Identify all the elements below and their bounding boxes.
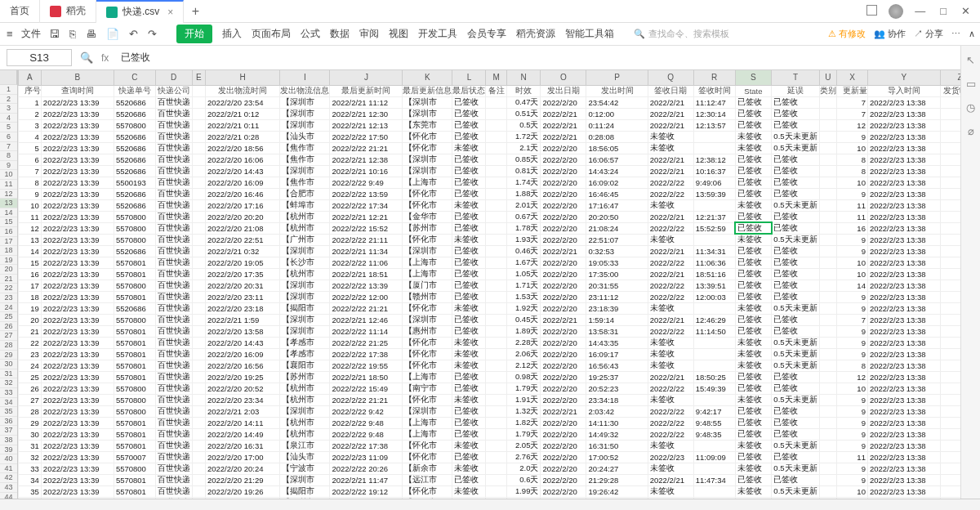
- row-header[interactable]: 8: [0, 151, 17, 161]
- changes-indicator[interactable]: ⚠ 有修改: [828, 28, 866, 40]
- table-row[interactable]: 192022/2/23 13:395520686百世快递2022/2/20 23…: [19, 302, 980, 314]
- row-header[interactable]: 40: [0, 454, 17, 464]
- table-row[interactable]: 242022/2/23 13:395570801百世快递2022/2/20 16…: [19, 360, 980, 371]
- tool-icon[interactable]: ⌀: [968, 125, 974, 137]
- table-row[interactable]: 342022/2/23 13:395570801百世快递2022/2/20 21…: [19, 474, 980, 485]
- row-header[interactable]: 15: [0, 217, 17, 227]
- row-header[interactable]: 9: [0, 161, 17, 171]
- command-search[interactable]: 🔍 查找命令、搜索模板: [634, 28, 729, 40]
- cursor-icon[interactable]: ↖: [966, 54, 975, 66]
- table-row[interactable]: 162022/2/23 13:395570801百世快递2022/2/20 17…: [19, 268, 980, 280]
- col-header-Y[interactable]: Y: [867, 70, 940, 85]
- row-header[interactable]: 42: [0, 473, 17, 483]
- select-icon[interactable]: ▭: [966, 78, 976, 90]
- row-header[interactable]: 16: [0, 227, 17, 237]
- col-header-H[interactable]: H: [205, 70, 280, 85]
- maximize-icon[interactable]: □: [937, 3, 950, 19]
- row-header[interactable]: 1: [0, 85, 17, 95]
- avatar[interactable]: [889, 4, 903, 19]
- col-header-Q[interactable]: Q: [648, 70, 693, 85]
- col-header-A[interactable]: A: [19, 70, 42, 85]
- col-header-E[interactable]: E: [192, 70, 205, 85]
- table-row[interactable]: 262022/2/23 13:395570800百世快递2022/2/20 20…: [19, 382, 980, 394]
- row-header[interactable]: 6: [0, 132, 17, 142]
- row-header[interactable]: 30: [0, 360, 17, 369]
- table-row[interactable]: 332022/2/23 13:395570800百世快递2022/2/20 20…: [19, 463, 980, 474]
- ribbon-view[interactable]: 视图: [389, 27, 408, 41]
- row-header[interactable]: 37: [0, 426, 17, 436]
- share-button[interactable]: ↗ 分享: [914, 28, 943, 40]
- row-header[interactable]: 19: [0, 256, 17, 266]
- table-row[interactable]: 232022/2/23 13:395570801百世快递2022/2/20 16…: [19, 348, 980, 360]
- close-icon[interactable]: ×: [167, 7, 173, 18]
- table-row[interactable]: 32022/2/23 13:395570800百世快递2022/2/21 0:1…: [19, 119, 980, 131]
- more-icon[interactable]: ⋯: [951, 29, 960, 39]
- table-row[interactable]: 12022/2/23 13:395520686百世快递2022/2/20 23:…: [19, 96, 980, 108]
- undo-icon[interactable]: ↶: [127, 28, 140, 40]
- table-row[interactable]: 122022/2/23 13:395570800百世快递2022/2/20 21…: [19, 222, 980, 234]
- table-row[interactable]: 212022/2/23 13:395570801百世快递2022/2/20 13…: [19, 325, 980, 337]
- ribbon-insert[interactable]: 插入: [222, 27, 242, 41]
- col-header-X[interactable]: X: [837, 70, 868, 85]
- ribbon-formula[interactable]: 公式: [301, 27, 320, 41]
- row-header[interactable]: 35: [0, 407, 17, 417]
- table-row[interactable]: 62022/2/23 13:395520686百世快递2022/2/20 16:…: [19, 154, 980, 165]
- cell-reference[interactable]: [7, 49, 72, 66]
- minimize-icon[interactable]: —: [911, 3, 929, 19]
- table-row[interactable]: 282022/2/23 13:395570800百世快递2022/2/21 2:…: [19, 405, 980, 417]
- hamburger-icon[interactable]: ≡: [5, 28, 15, 40]
- spreadsheet-grid[interactable]: 1234567891011121314151617181920212223242…: [0, 70, 980, 499]
- menu-file[interactable]: 文件: [21, 27, 41, 41]
- ribbon-layout[interactable]: 页面布局: [252, 27, 291, 41]
- table-row[interactable]: 222022/2/23 13:395570801百世快递2022/2/20 14…: [19, 337, 980, 348]
- table-row[interactable]: 182022/2/23 13:395570801百世快递2022/2/20 23…: [19, 291, 980, 302]
- row-header[interactable]: 10: [0, 170, 17, 180]
- row-header[interactable]: 11: [0, 180, 17, 190]
- row-header[interactable]: 7: [0, 142, 17, 152]
- row-header[interactable]: 31: [0, 369, 17, 379]
- col-header-J[interactable]: J: [330, 70, 403, 85]
- col-header-U[interactable]: U: [819, 70, 836, 85]
- row-header[interactable]: 5: [0, 123, 17, 132]
- table-row[interactable]: 112022/2/23 13:395570800百世快递2022/2/20 20…: [19, 211, 980, 222]
- table-row[interactable]: 202022/2/23 13:395570800百世快递2022/2/21 1:…: [19, 314, 980, 325]
- print-icon[interactable]: 🖶: [84, 28, 98, 40]
- table-row[interactable]: 132022/2/23 13:395570800百世快递2022/2/20 22…: [19, 234, 980, 245]
- ribbon-dev[interactable]: 开发工具: [418, 27, 457, 41]
- row-header[interactable]: 4: [0, 114, 17, 123]
- row-header[interactable]: 33: [0, 388, 17, 398]
- clock-icon[interactable]: ◷: [966, 101, 975, 114]
- collapse-icon[interactable]: ∧: [969, 29, 975, 39]
- table-row[interactable]: 272022/2/23 13:395570800百世快递2022/2/20 23…: [19, 394, 980, 405]
- row-header[interactable]: 29: [0, 351, 17, 360]
- row-header[interactable]: 17: [0, 237, 17, 247]
- col-header-D[interactable]: D: [155, 70, 192, 85]
- table-row[interactable]: 22022/2/23 13:395520686百世快递2022/2/21 0:1…: [19, 108, 980, 119]
- col-header-B[interactable]: B: [41, 70, 114, 85]
- tab-shell[interactable]: 稻壳: [40, 0, 96, 23]
- table-row[interactable]: 302022/2/23 13:395570801百世快递2022/2/20 14…: [19, 428, 980, 440]
- table-row[interactable]: 102022/2/23 13:395520686百世快递2022/2/20 17…: [19, 199, 980, 211]
- table-row[interactable]: 312022/2/23 13:395570801百世快递2022/2/20 16…: [19, 440, 980, 451]
- table-row[interactable]: 172022/2/23 13:395570800百世快递2022/2/20 20…: [19, 280, 980, 291]
- ribbon-start[interactable]: 开始: [176, 25, 212, 43]
- zoom-icon[interactable]: 🔍: [78, 51, 95, 64]
- row-header[interactable]: 23: [0, 293, 17, 303]
- ribbon-res[interactable]: 稻壳资源: [516, 27, 555, 41]
- col-header-P[interactable]: P: [586, 70, 648, 85]
- col-header-R[interactable]: R: [693, 70, 735, 85]
- col-header-T[interactable]: T: [772, 70, 819, 85]
- row-header[interactable]: 2: [0, 95, 17, 105]
- row-header[interactable]: 13: [0, 199, 17, 208]
- row-header[interactable]: 38: [0, 436, 17, 445]
- col-header-K[interactable]: K: [403, 70, 452, 85]
- copy-icon[interactable]: ⎘: [68, 28, 78, 40]
- tab-file[interactable]: 快递.csv×: [96, 0, 184, 23]
- row-header[interactable]: 36: [0, 417, 17, 427]
- ribbon-ai[interactable]: 智能工具箱: [565, 27, 614, 41]
- ribbon-vip[interactable]: 会员专享: [467, 27, 506, 41]
- preview-icon[interactable]: 📄: [105, 28, 121, 40]
- table-row[interactable]: 92022/2/23 13:395520686百世快递2022/2/20 16:…: [19, 188, 980, 199]
- table-row[interactable]: 72022/2/23 13:395520686百世快递2022/2/20 14:…: [19, 165, 980, 177]
- save-icon[interactable]: 🖫: [47, 28, 61, 40]
